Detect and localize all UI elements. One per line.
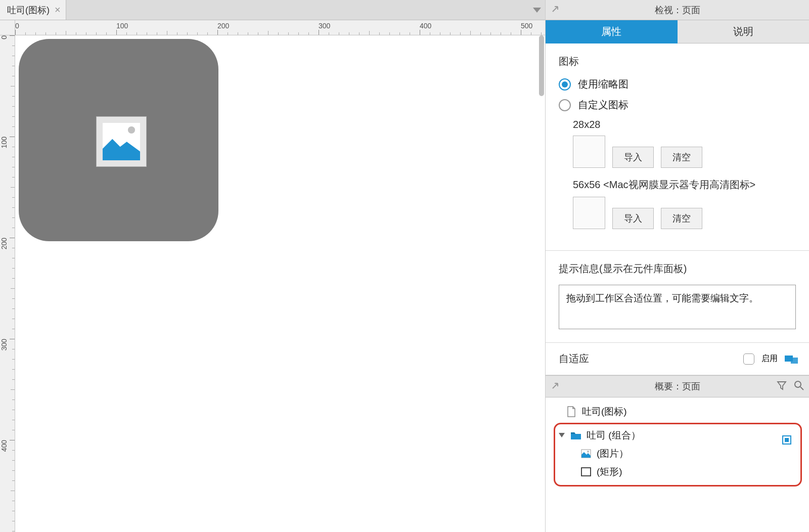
ruler-v-label: 200 [0, 238, 8, 249]
import-button-28[interactable]: 导入 [612, 147, 654, 168]
inspector-tabs: 属性 说明 [546, 20, 809, 43]
folder-icon [570, 431, 581, 440]
ruler-v-label: 100 [0, 137, 8, 148]
size-56-label: 56x56 <Mac视网膜显示器专用高清图标> [573, 178, 796, 192]
ruler-h-label: 400 [420, 22, 431, 30]
outline-image-label: (图片） [597, 447, 628, 460]
tab-notes[interactable]: 说明 [678, 20, 810, 43]
close-icon[interactable]: × [55, 4, 61, 16]
svg-line-4 [800, 387, 803, 390]
icon-section: 图标 使用缩略图 自定义图标 28x28 导入 清空 56x56 <Mac视网膜… [546, 43, 809, 251]
inspector-pane: 检视：页面 属性 说明 图标 使用缩略图 自定义图标 28x28 导入 清空 [545, 0, 809, 532]
mountain-icon [103, 137, 140, 160]
search-icon[interactable] [794, 380, 804, 393]
adaptive-enable-checkbox[interactable] [743, 353, 754, 365]
adaptive-label: 自适应 [559, 352, 589, 366]
canvas[interactable] [15, 35, 545, 532]
outline-image-row[interactable]: (图片） [558, 445, 797, 463]
icon-size-56-block: 56x56 <Mac视网膜显示器专用高清图标> 导入 清空 [573, 178, 796, 229]
outline-page-row[interactable]: 吐司(图标) [554, 403, 802, 421]
ruler-h-label: 200 [217, 22, 229, 30]
ruler-v-label: 300 [0, 339, 8, 350]
sun-icon [128, 126, 134, 133]
ruler-corner [0, 20, 15, 35]
outline-highlight-box: 吐司 (组合） (图片） (矩形) [554, 423, 802, 486]
document-tab-label: 吐司(图标) [7, 4, 50, 16]
size-28-label: 28x28 [573, 119, 796, 130]
outline-rect-row[interactable]: (矩形) [558, 463, 797, 481]
svg-marker-0 [533, 8, 541, 13]
clear-button-56[interactable]: 清空 [661, 208, 702, 229]
vertical-scrollbar[interactable] [539, 35, 544, 96]
ruler-vertical[interactable]: 0100200300400 [0, 35, 15, 532]
document-tab[interactable]: 吐司(图标) × [0, 0, 66, 20]
master-badge-icon[interactable] [782, 435, 791, 445]
ruler-h-label: 0 [15, 22, 19, 30]
clear-button-28[interactable]: 清空 [661, 147, 702, 168]
radio-icon [559, 99, 571, 111]
tab-properties[interactable]: 属性 [546, 20, 678, 43]
radio-use-thumbnail[interactable]: 使用缩略图 [559, 77, 796, 91]
document-tab-bar: 吐司(图标) × [0, 0, 545, 20]
svg-point-7 [587, 451, 589, 453]
tab-notes-label: 说明 [733, 25, 753, 38]
svg-rect-2 [791, 358, 798, 364]
svg-rect-8 [581, 468, 591, 476]
ruler-v-label: 400 [0, 440, 8, 452]
radio-use-thumbnail-label: 使用缩略图 [578, 77, 628, 91]
adaptive-enable-label: 启用 [761, 353, 778, 364]
ruler-v-label: 0 [0, 35, 8, 39]
image-placeholder-widget[interactable] [96, 116, 147, 167]
icon-preview-56[interactable] [573, 197, 605, 229]
ruler-h-label: 300 [319, 22, 330, 30]
radio-custom-icon[interactable]: 自定义图标 [559, 98, 796, 112]
filter-icon[interactable] [777, 380, 787, 393]
tooltip-textarea[interactable] [559, 285, 796, 329]
popout-icon[interactable] [552, 381, 560, 392]
image-icon [580, 449, 592, 458]
caret-down-icon[interactable] [558, 433, 565, 438]
editor-pane: 吐司(图标) × 0100200300400500 0100200300400 [0, 0, 545, 532]
inspector-header: 检视：页面 [546, 0, 809, 20]
image-placeholder-inner [103, 123, 140, 160]
tab-properties-label: 属性 [601, 25, 621, 38]
outline-body: 吐司(图标) 吐司 (组合） (图片） [546, 397, 809, 532]
canvas-area: 0100200300400500 0100200300400 [0, 20, 545, 532]
tab-menu-caret-icon[interactable] [533, 6, 541, 15]
outline-title: 概要：页面 [655, 380, 700, 392]
tooltip-section-title: 提示信息(显示在元件库面板) [559, 262, 796, 276]
ruler-h-label: 100 [116, 22, 128, 30]
outline-group-row[interactable]: 吐司 (组合） [558, 426, 797, 445]
adaptive-preset-icon[interactable] [785, 354, 798, 364]
icon-size-28-block: 28x28 导入 清空 [573, 119, 796, 168]
outline-group-label: 吐司 (组合） [587, 429, 641, 442]
outline-page-label: 吐司(图标) [582, 405, 627, 418]
svg-point-3 [795, 381, 801, 387]
rectangle-icon [580, 467, 592, 476]
page-icon [566, 406, 577, 417]
radio-custom-icon-label: 自定义图标 [578, 98, 628, 112]
popout-icon[interactable] [552, 5, 560, 15]
icon-section-title: 图标 [559, 55, 796, 68]
ruler-h-label: 500 [521, 22, 532, 30]
inspector-title: 检视：页面 [655, 4, 700, 16]
radio-icon [559, 78, 571, 91]
svg-marker-5 [559, 433, 565, 437]
tooltip-section: 提示信息(显示在元件库面板) [546, 251, 809, 343]
icon-preview-28[interactable] [573, 136, 605, 168]
outline-rect-label: (矩形) [597, 465, 622, 478]
adaptive-row: 自适应 启用 [546, 343, 809, 375]
outline-header: 概要：页面 [546, 375, 809, 397]
import-button-56[interactable]: 导入 [612, 208, 654, 229]
ruler-horizontal[interactable]: 0100200300400500 [15, 20, 545, 35]
